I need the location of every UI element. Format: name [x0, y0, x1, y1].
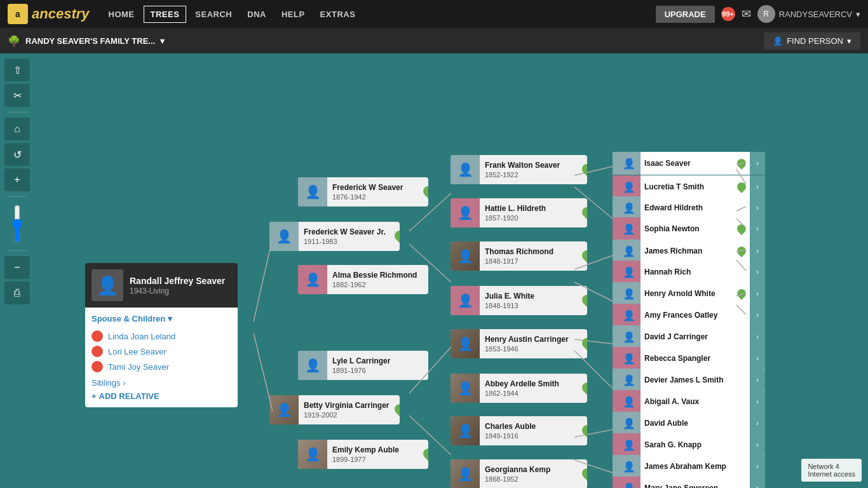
- arrow-sarah-knapp[interactable]: ›: [750, 433, 765, 456]
- relative-link-1[interactable]: Lori Lee Seaver: [108, 347, 166, 356]
- person-rebecca-spangler[interactable]: 👤 Rebecca Spangler ›: [613, 347, 765, 370]
- logo-text: ancestry: [32, 6, 90, 22]
- person-abigail-vaux[interactable]: 👤 Abigail A. Vaux ›: [613, 390, 765, 413]
- person-sophia-newton[interactable]: 👤 Sophia Newton ›: [613, 217, 765, 240]
- person-charles-auble[interactable]: 👤 Charles Auble 1849-1916: [451, 416, 587, 445]
- siblings-link[interactable]: Siblings ›: [92, 378, 231, 388]
- person-mary-sovereen[interactable]: 👤 Mary Jane Sovereen ›: [613, 477, 765, 488]
- arrow-edward-hildreth[interactable]: ›: [750, 196, 765, 219]
- nav-trees[interactable]: TREES: [144, 6, 187, 23]
- person-fw-seaver[interactable]: 👤 Frederick W Seaver 1876-1942: [298, 177, 428, 207]
- add-relative-button[interactable]: + ADD RELATIVE: [92, 391, 231, 401]
- person-lyle-carringer[interactable]: 👤 Lyle L Carringer 1891-1976: [298, 351, 428, 380]
- notification-badge[interactable]: 99+: [721, 7, 735, 21]
- logo[interactable]: a ancestry: [8, 4, 90, 24]
- person-info-fw-seaver: Frederick W Seaver 1876-1942: [327, 180, 428, 203]
- person-david-carringer[interactable]: 👤 David J Carringer ›: [613, 325, 765, 348]
- person-david-auble[interactable]: 👤 David Auble ›: [613, 412, 765, 435]
- person-henry-carringer[interactable]: 👤 Henry Austin Carringer 1853-1946: [451, 329, 587, 358]
- person-dates-charles-auble: 1849-1916: [485, 432, 582, 440]
- leaf-henry-white: [735, 287, 748, 300]
- person-abbey-smith[interactable]: 👤 Abbey Ardelle Smith 1862-1944: [451, 374, 587, 403]
- node-color-james-kemp: [613, 455, 618, 478]
- person-alma-richmond[interactable]: 👤 Alma Bessie Richmond 1882-1962: [298, 265, 428, 294]
- user-menu[interactable]: R RANDYSEAVERCV ▾: [757, 5, 860, 23]
- node-color-isaac-seaver: [613, 152, 618, 175]
- person-name-emily-auble: Emily Kemp Auble: [332, 445, 423, 456]
- node-photo-rebecca-spangler: 👤: [618, 347, 641, 370]
- arrow-lucretia-smith[interactable]: ›: [750, 175, 765, 198]
- arrow-isaac-seaver[interactable]: ›: [750, 152, 765, 175]
- home-view-button[interactable]: ⌂: [4, 118, 30, 140]
- nav-help[interactable]: HELP: [275, 6, 311, 23]
- arrow-hannah-rich[interactable]: ›: [750, 261, 765, 283]
- zoom-in-button[interactable]: +: [4, 168, 30, 191]
- node-color-amy-oatley: [613, 304, 618, 327]
- node-photo-isaac-seaver: 👤: [618, 152, 641, 175]
- arrow-henry-white[interactable]: ›: [750, 282, 765, 305]
- node-name-amy-oatley: Amy Frances Oatley: [641, 311, 750, 320]
- mail-icon[interactable]: ✉: [742, 7, 751, 21]
- person-emily-auble[interactable]: 👤 Emily Kemp Auble 1899-1977: [298, 440, 428, 469]
- upgrade-button[interactable]: UPGRADE: [656, 6, 715, 23]
- arrow-abigail-vaux[interactable]: ›: [750, 390, 765, 413]
- person-lucretia-smith[interactable]: 👤 Lucretia T Smith ›: [613, 175, 765, 198]
- person-james-richman[interactable]: 👤 James Richman ›: [613, 240, 765, 262]
- arrow-sophia-newton[interactable]: ›: [750, 217, 765, 240]
- siblings-chevron: ›: [123, 378, 126, 388]
- leaf-lucretia-smith: [735, 180, 748, 193]
- node-name-sophia-newton: Sophia Newton: [641, 224, 737, 233]
- spouse-children-toggle[interactable]: Spouse & Children ▾: [92, 314, 231, 323]
- arrow-devier-smith[interactable]: ›: [750, 369, 765, 391]
- tree-selector[interactable]: 🌳 RANDY SEAVER'S FAMILY TRE... ▾: [8, 35, 165, 47]
- person-julia-white[interactable]: 👤 Julia E. White 1848-1913: [451, 286, 587, 315]
- nav-extras[interactable]: EXTRAS: [314, 6, 362, 23]
- person-sarah-knapp[interactable]: 👤 Sarah G. Knapp ›: [613, 433, 765, 456]
- person-hattie-hildreth[interactable]: 👤 Hattie L. Hildreth 1857-1920: [451, 198, 587, 227]
- selected-person-card: 👤 Randall Jeffrey Seaver 1943-Living Spo…: [85, 263, 238, 407]
- arrow-rebecca-spangler[interactable]: ›: [750, 347, 765, 370]
- person-georgianna-kemp[interactable]: 👤 Georgianna Kemp 1868-1952: [451, 459, 587, 488]
- tools-button[interactable]: ✂: [4, 84, 30, 107]
- node-name-sarah-knapp: Sarah G. Knapp: [641, 440, 750, 449]
- arrow-james-kemp[interactable]: ›: [750, 455, 765, 478]
- person-james-kemp[interactable]: 👤 James Abraham Kemp ›: [613, 455, 765, 478]
- find-person-chevron: ▾: [847, 36, 851, 46]
- arrow-amy-oatley[interactable]: ›: [750, 304, 765, 327]
- person-photo-georgianna-kemp: 👤: [451, 459, 480, 488]
- relative-link-2[interactable]: Tami Joy Seaver: [108, 362, 169, 372]
- share-button[interactable]: ⇧: [4, 58, 30, 81]
- arrow-mary-sovereen[interactable]: ›: [750, 477, 765, 488]
- undo-button[interactable]: ↺: [4, 143, 30, 166]
- person-edward-hildreth[interactable]: 👤 Edward Hildreth ›: [613, 196, 765, 219]
- print-button[interactable]: ⎙: [4, 281, 30, 304]
- zoom-out-button[interactable]: −: [4, 256, 30, 279]
- nav-search[interactable]: SEARCH: [189, 6, 238, 23]
- person-devier-smith[interactable]: 👤 Devier James L Smith ›: [613, 369, 765, 391]
- nav-home[interactable]: HOME: [102, 6, 141, 23]
- tree-area: 👤 Randall Jeffrey Seaver 1943-Living Spo…: [34, 53, 868, 488]
- node-photo-james-richman: 👤: [618, 240, 641, 262]
- node-color-edward-hildreth: [613, 196, 618, 219]
- person-photo-julia-white: 👤: [451, 286, 480, 315]
- person-amy-oatley[interactable]: 👤 Amy Frances Oatley ›: [613, 304, 765, 327]
- nav-dna[interactable]: DNA: [241, 6, 273, 23]
- arrow-james-richman[interactable]: ›: [750, 240, 765, 262]
- person-henry-arnold-white[interactable]: 👤 Henry Arnold White ›: [613, 282, 765, 305]
- arrow-david-auble[interactable]: ›: [750, 412, 765, 435]
- relative-icon-2: [92, 361, 103, 372]
- person-thomas-richmond[interactable]: 👤 Thomas Richmond 1848-1917: [451, 241, 587, 271]
- arrow-david-carringer[interactable]: ›: [750, 325, 765, 348]
- person-betty-carringer[interactable]: 👤 Betty Virginia Carringer 1919-2002: [269, 395, 400, 424]
- find-person-button[interactable]: 👤 FIND PERSON ▾: [764, 32, 860, 50]
- relative-link-0[interactable]: Linda Joan Leland: [108, 332, 175, 341]
- person-info-frank-seaver: Frank Walton Seaver 1852-1922: [480, 158, 587, 181]
- person-hannah-rich[interactable]: 👤 Hannah Rich ›: [613, 261, 765, 283]
- person-fw-seaver-jr[interactable]: 👤 Frederick W Seaver Jr. 1911-1983: [269, 222, 400, 251]
- person-frank-seaver[interactable]: 👤 Frank Walton Seaver 1852-1922: [451, 155, 587, 184]
- person-name-abbey-smith: Abbey Ardelle Smith: [485, 379, 582, 390]
- person-name-hattie-hildreth: Hattie L. Hildreth: [485, 204, 582, 214]
- node-photo-hannah-rich: 👤: [618, 261, 641, 283]
- zoom-slider[interactable]: [8, 205, 27, 243]
- person-isaac-seaver[interactable]: 👤 Isaac Seaver ›: [613, 152, 765, 175]
